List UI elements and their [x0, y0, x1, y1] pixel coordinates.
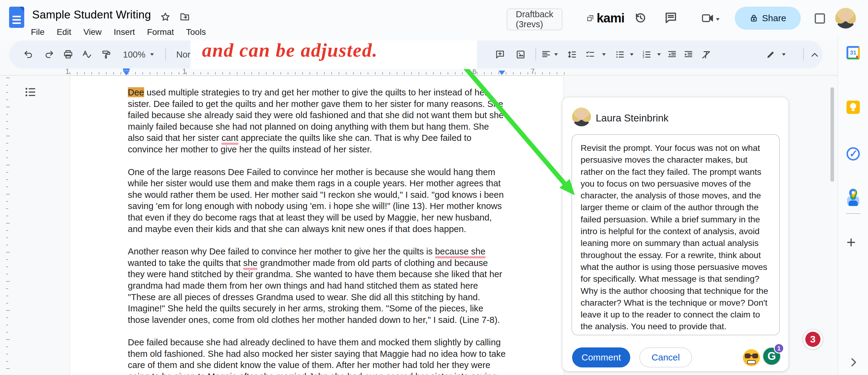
menu-insert[interactable]: Insert: [114, 27, 135, 37]
insert-image-icon[interactable]: [516, 50, 526, 60]
checklist-icon[interactable]: [585, 50, 595, 60]
left-indent-marker[interactable]: [123, 68, 130, 75]
paint-format-icon[interactable]: [101, 50, 112, 60]
tasks-icon[interactable]: ✓: [846, 147, 860, 160]
editing-mode-pen-icon[interactable]: [766, 50, 776, 60]
kami-logo-text: kami: [597, 11, 624, 26]
editing-mode-caret-icon[interactable]: [782, 53, 786, 58]
ruler-number: 7: [531, 67, 534, 76]
menu-file[interactable]: File: [31, 27, 44, 37]
zoom-select[interactable]: 100%: [123, 50, 145, 60]
extension-notification-badge[interactable]: 3: [803, 329, 823, 349]
document-scrollbar[interactable]: [831, 87, 834, 182]
grammarly-badge: 1: [774, 343, 784, 353]
spellcheck-icon[interactable]: [82, 50, 92, 60]
document-paragraph: Dee failed because she had already decli…: [128, 337, 507, 375]
expand-chevron-icon[interactable]: [847, 356, 860, 368]
meet-video-icon[interactable]: [701, 11, 714, 25]
checklist-caret-icon[interactable]: [602, 53, 606, 58]
ruler-number: 1: [65, 67, 69, 76]
document-title[interactable]: Sample Student Writing: [32, 8, 151, 21]
numbered-list-caret-icon[interactable]: [657, 53, 661, 58]
comment-cancel-button[interactable]: Cancel: [639, 347, 692, 368]
line-spacing-icon[interactable]: [567, 50, 577, 60]
undo-icon[interactable]: [24, 50, 34, 60]
maps-icon[interactable]: [846, 188, 860, 201]
zoom-caret-icon[interactable]: [150, 53, 154, 58]
ruler-number: 1: [182, 67, 186, 76]
increase-indent-icon[interactable]: [683, 50, 693, 60]
docs-icon-fold: [20, 7, 24, 11]
document-paragraph: One of the large reasons Dee Failed to c…: [128, 166, 507, 235]
print-icon[interactable]: [63, 50, 73, 60]
share-button[interactable]: Share: [735, 7, 801, 30]
numbered-list-icon[interactable]: 123: [642, 50, 652, 60]
document-body-text[interactable]: Dee used multiple strategies to try and …: [128, 87, 507, 375]
share-label: Share: [762, 13, 786, 23]
add-comment-icon[interactable]: [495, 50, 505, 60]
version-history-icon[interactable]: [633, 11, 647, 25]
side-panel-divider: [846, 213, 861, 214]
menu-edit[interactable]: Edit: [57, 27, 71, 37]
vertical-ruler: [6, 77, 10, 374]
clear-formatting-icon[interactable]: [701, 50, 712, 60]
menu-bar: File Edit View Insert Format Tools: [31, 27, 206, 37]
document-paragraph: Another reason why Dee failed to convinc…: [128, 246, 507, 325]
comment-anchor-highlight: Dee: [128, 87, 144, 97]
right-indent-marker[interactable]: [498, 70, 505, 75]
comment-card: Laura Steinbrink Revisit the prompt. You…: [562, 97, 789, 371]
header-bar: Sample Student Writing File Edit View In…: [0, 0, 868, 40]
keep-icon[interactable]: [846, 100, 860, 114]
menu-format[interactable]: Format: [147, 27, 174, 37]
comments-icon[interactable]: [664, 11, 678, 25]
commenter-name: Laura Steinbrink: [596, 113, 669, 124]
lock-icon: [749, 13, 758, 23]
bulleted-list-icon[interactable]: [615, 50, 625, 60]
align-caret-icon[interactable]: [554, 53, 558, 58]
comment-submit-button[interactable]: Comment: [572, 347, 630, 368]
document-paragraph: Dee used multiple strategies to try and …: [128, 87, 507, 155]
collapse-toolbar-icon[interactable]: [809, 50, 820, 60]
svg-text:3: 3: [643, 55, 645, 59]
meet-caret-icon[interactable]: [716, 18, 720, 23]
spelling-underline: cant: [221, 133, 238, 145]
decrease-indent-icon[interactable]: [667, 50, 677, 60]
draftback-button[interactable]: Draftback (3revs): [507, 8, 562, 30]
kami-extension-button[interactable]: kami: [586, 11, 624, 26]
document-outline-icon[interactable]: [24, 86, 37, 99]
external-link-icon: [586, 14, 594, 22]
star-icon[interactable]: [160, 11, 171, 23]
google-docs-icon[interactable]: [9, 7, 24, 28]
spelling-underline: she: [243, 258, 257, 270]
bitmoji-extension-icon[interactable]: [743, 349, 760, 366]
redo-icon[interactable]: [43, 50, 54, 60]
workspace-side-panel: 31 ✓ +: [838, 36, 868, 375]
horizontal-ruler[interactable]: 1167: [0, 68, 868, 76]
align-icon[interactable]: [541, 50, 551, 60]
get-add-ons-icon[interactable]: +: [846, 236, 856, 249]
bulleted-list-caret-icon[interactable]: [630, 53, 633, 58]
spelling-underline: because she: [435, 246, 486, 258]
google-docs-window: Sample Student Writing File Edit View In…: [0, 0, 868, 375]
menu-view[interactable]: View: [83, 27, 101, 37]
menu-tools[interactable]: Tools: [186, 27, 206, 37]
window-toggle-icon[interactable]: [815, 13, 825, 24]
comment-input[interactable]: Revisit the prompt. Your focus was not o…: [571, 134, 780, 335]
move-folder-icon[interactable]: [179, 11, 190, 23]
commenter-avatar: [572, 107, 591, 126]
calendar-icon[interactable]: 31: [846, 46, 860, 59]
account-avatar[interactable]: [835, 8, 856, 29]
